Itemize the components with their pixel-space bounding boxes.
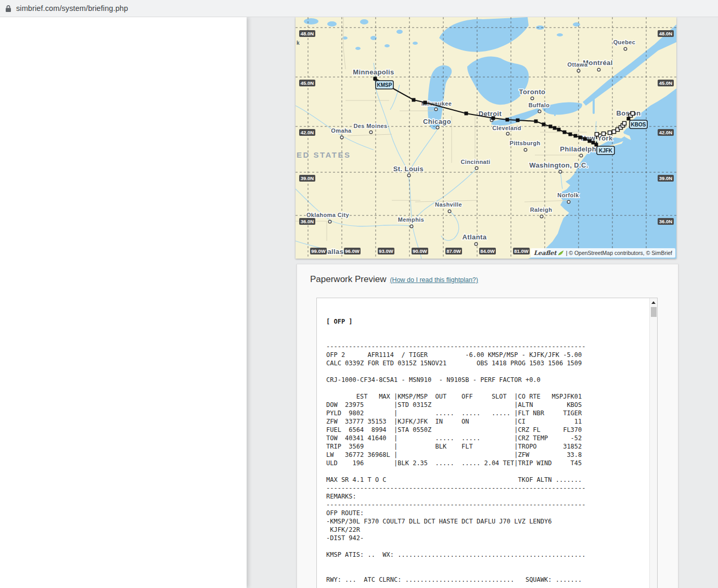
- edge-label: k: [297, 40, 300, 46]
- scroll-up-icon: [651, 301, 656, 304]
- waypoint-marker: [583, 137, 587, 141]
- leaflet-logo[interactable]: Leaflet: [534, 249, 564, 257]
- graticule-badge-label: 45.0N: [301, 80, 314, 86]
- waypoint-marker: [534, 120, 538, 123]
- left-blank-panel: [0, 17, 247, 588]
- waypoint-marker: [588, 139, 592, 143]
- ofp-scrollbar[interactable]: [649, 298, 657, 588]
- city-label: Memphis: [398, 216, 424, 223]
- waypoint-marker: [563, 131, 567, 134]
- city-dot: [340, 136, 343, 139]
- flightplan-help-link[interactable]: (How do I read this flightplan?): [390, 276, 478, 284]
- ofp-textarea[interactable]: [ OFP ] --------------------------------…: [316, 298, 658, 588]
- paperwork-title: Paperwork Preview: [310, 274, 386, 285]
- city-label: Chicago: [423, 118, 451, 125]
- city-dot: [410, 225, 413, 228]
- graticule-badge-label: 39.0N: [659, 175, 672, 181]
- city-label: Minneapolis: [353, 68, 394, 76]
- finger-lake-1: [554, 106, 556, 116]
- airport-badge-label: KJFK: [599, 148, 613, 154]
- city-label: Atlanta: [463, 233, 487, 241]
- ofp-body: ----------------------------------------…: [326, 342, 647, 588]
- city-dot: [559, 170, 562, 173]
- alternate-waypoint-marker: [631, 112, 635, 116]
- paperwork-card: Paperwork Preview (How do I read this fl…: [297, 264, 678, 588]
- city-label: Quebec: [613, 39, 636, 45]
- route-map[interactable]: ED STATESk MinneapolisMilwaukeeChicagoDe…: [296, 17, 676, 259]
- city-label: Omaha: [331, 127, 352, 134]
- graticule-badge-label: 96.0W: [345, 248, 359, 254]
- graticule-badge-label: 81.0W: [514, 248, 528, 254]
- map-card: ED STATESk MinneapolisMilwaukeeChicagoDe…: [296, 17, 676, 259]
- paperwork-header: Paperwork Preview (How do I read this fl…: [310, 274, 478, 285]
- airport-badge-label: KBOS: [631, 122, 646, 127]
- city-dot: [475, 167, 478, 170]
- city-label: Pittsburgh: [510, 140, 541, 146]
- city-label: Raleigh: [530, 207, 553, 213]
- graticule-badge-label: 45.0N: [659, 80, 672, 86]
- graticule-badge-label: 99.0W: [311, 248, 325, 254]
- city-dot: [436, 126, 439, 129]
- lock-icon: [5, 5, 11, 12]
- waypoint-marker: [374, 77, 377, 81]
- alternate-waypoint-marker: [612, 130, 616, 134]
- waypoint-marker: [506, 118, 509, 122]
- city-label: Washington, D.C.: [529, 161, 588, 169]
- url-text[interactable]: simbrief.com/system/briefing.php: [16, 4, 128, 12]
- browser-url-bar[interactable]: simbrief.com/system/briefing.php: [0, 0, 718, 17]
- city-dot: [538, 110, 541, 113]
- graticule-badge-label: 42.0N: [301, 130, 314, 135]
- waypoint-marker: [465, 112, 468, 116]
- alternate-waypoint-marker: [623, 122, 626, 125]
- waypoint-marker: [492, 117, 495, 120]
- finger-lake-2: [559, 105, 560, 114]
- city-dot: [434, 108, 438, 111]
- attribution-text[interactable]: | © OpenStreetMap contributors, © SimBri…: [566, 250, 672, 256]
- alternate-waypoint-marker: [608, 131, 612, 135]
- waypoint-marker: [553, 126, 557, 130]
- city-dot: [524, 148, 527, 151]
- city-dot: [475, 242, 478, 246]
- city-dot: [567, 200, 570, 203]
- city-dot: [506, 132, 509, 135]
- city-dot: [624, 47, 627, 50]
- waypoint-marker: [516, 119, 520, 122]
- alternate-waypoint-marker: [595, 133, 599, 136]
- city-label: Toronto: [519, 88, 546, 96]
- city-label: Cincinnati: [460, 159, 490, 165]
- country-label: ED STATES: [297, 150, 351, 159]
- city-label: Ottawa: [567, 61, 588, 68]
- graticule-badge-label: 90.0W: [413, 248, 427, 254]
- city-label: Nashville: [435, 201, 462, 208]
- city-dot: [580, 154, 583, 157]
- city-label: Cleveland: [492, 125, 521, 131]
- scroll-up-button[interactable]: [650, 298, 657, 306]
- city-dot: [448, 210, 451, 213]
- scrollbar-thumb[interactable]: [651, 307, 657, 317]
- leaf-icon: [557, 250, 564, 256]
- city-label: Des Moines: [353, 123, 387, 129]
- waypoint-marker: [592, 141, 595, 145]
- waypoint-marker: [424, 101, 427, 105]
- graticule-badge-label: 84.0W: [480, 248, 494, 254]
- ofp-section-title: [ OFP ]: [326, 317, 647, 326]
- waypoint-marker: [595, 143, 598, 147]
- waypoint-marker: [542, 123, 546, 126]
- graticule-badge-label: 48.0N: [659, 31, 672, 36]
- city-dot: [328, 220, 331, 223]
- city-dot: [407, 174, 411, 177]
- city-dot: [597, 68, 600, 71]
- graticule-badge-label: 93.0W: [379, 248, 393, 254]
- alternate-airport-marker: [627, 117, 631, 121]
- waypoint-marker: [569, 133, 572, 136]
- graticule-badge-label: 36.0N: [659, 219, 672, 224]
- city-dot: [577, 69, 580, 72]
- map-attribution: Leaflet | © OpenStreetMap contributors, …: [531, 248, 675, 258]
- waypoint-marker: [412, 98, 416, 102]
- city-label: St. Louis: [393, 165, 424, 173]
- city-label: Oklahoma City: [306, 212, 350, 218]
- city-dot: [369, 131, 373, 134]
- city-dot: [540, 215, 543, 218]
- airport-badge-label: KMSP: [377, 82, 392, 88]
- graticule-badge-label: 39.0N: [301, 175, 314, 181]
